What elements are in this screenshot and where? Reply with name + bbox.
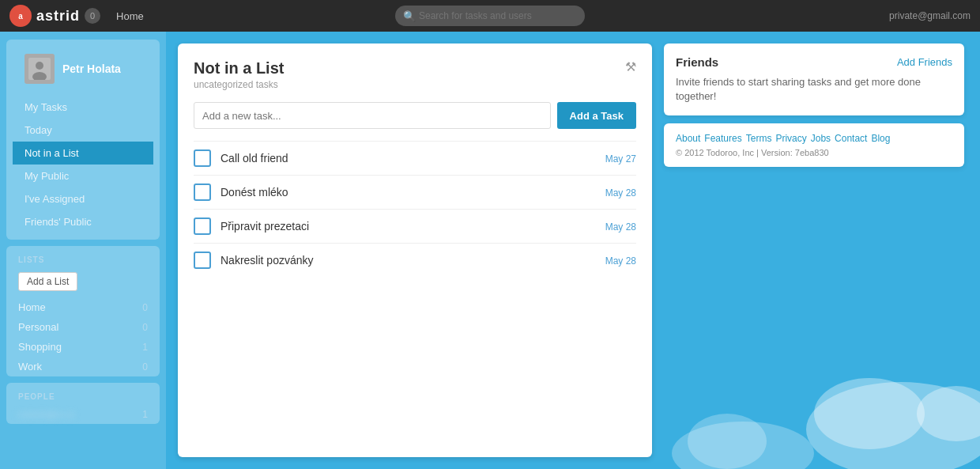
main-layout: Petr Holata My Tasks Today Not in a List… [0, 32, 980, 469]
user-profile: Petr Holata [13, 46, 153, 96]
task-checkbox[interactable] [194, 252, 211, 269]
list-item-shopping[interactable]: Shopping 1 [6, 337, 160, 357]
person-item[interactable]: m•b•t•l•@•••.ct 1 [6, 405, 160, 424]
username: Petr Holata [62, 62, 121, 75]
footer-link[interactable]: Contact [835, 133, 867, 144]
footer-link[interactable]: Features [704, 133, 741, 144]
notification-badge[interactable]: 0 [85, 8, 100, 24]
right-panel: Friends Add Friends Invite friends to st… [664, 43, 964, 457]
task-content: Nakreslit pozvánky [220, 254, 596, 267]
task-checkbox[interactable] [194, 149, 211, 167]
lists-section: LISTS Add a List Home 0 Personal 0 Shopp… [6, 246, 160, 376]
task-row: Call old friend May 27 [194, 141, 636, 175]
avatar [24, 54, 55, 84]
top-navigation: a astrid 0 Home 🔍 private@gmail.com [0, 0, 980, 32]
task-name: Call old friend [220, 152, 596, 165]
task-content: Donést mléko [220, 186, 596, 199]
nav-friends-public[interactable]: Friends' Public [13, 210, 153, 233]
content-area: Not in a List uncategorized tasks ⚒ Add … [166, 32, 980, 469]
friends-description: Invite friends to start sharing tasks an… [676, 75, 952, 104]
task-name: Donést mléko [220, 186, 596, 199]
task-date: May 28 [605, 187, 636, 199]
nav-items: My Tasks Today Not in a List My Public I… [13, 96, 153, 233]
footer-link[interactable]: Terms [746, 133, 772, 144]
friends-panel: Friends Add Friends Invite friends to st… [664, 43, 964, 115]
friends-title: Friends [676, 55, 718, 69]
friends-header: Friends Add Friends [676, 55, 952, 69]
task-panel-header: Not in a List uncategorized tasks ⚒ [194, 59, 636, 90]
nav-today[interactable]: Today [13, 119, 153, 142]
add-friends-link[interactable]: Add Friends [897, 56, 952, 68]
task-name: Nakreslit pozvánky [220, 254, 596, 267]
nav-ive-assigned[interactable]: I've Assigned [13, 187, 153, 210]
task-checkbox[interactable] [194, 217, 211, 235]
task-row: Připravit prezetaci May 28 [194, 209, 636, 243]
add-task-button[interactable]: Add a Task [557, 102, 636, 129]
task-date: May 28 [605, 255, 636, 267]
search-box: 🔍 [395, 6, 585, 26]
footer-links: AboutFeaturesTermsPrivacyJobsContactBlog [676, 133, 952, 144]
add-task-row: Add a Task [194, 102, 636, 129]
home-link[interactable]: Home [116, 10, 144, 22]
footer-link[interactable]: Jobs [811, 133, 831, 144]
logo-area: a astrid [9, 5, 80, 27]
task-panel: Not in a List uncategorized tasks ⚒ Add … [178, 43, 652, 457]
svg-point-3 [36, 62, 43, 70]
search-input[interactable] [395, 6, 585, 26]
links-panel: AboutFeaturesTermsPrivacyJobsContactBlog… [664, 123, 964, 167]
svg-text:a: a [18, 12, 23, 21]
task-date: May 28 [605, 221, 636, 233]
user-profile-panel: Petr Holata My Tasks Today Not in a List… [6, 40, 160, 240]
search-icon: 🔍 [403, 10, 416, 22]
user-email: private@gmail.com [889, 10, 971, 21]
nav-not-in-list[interactable]: Not in a List [13, 142, 153, 165]
footer-link[interactable]: Blog [871, 133, 890, 144]
task-row: Donést mléko May 28 [194, 175, 636, 209]
people-section: PEOPLE m•b•t•l•@•••.ct 1 [6, 383, 160, 424]
list-item-home[interactable]: Home 0 [6, 297, 160, 317]
nav-my-public[interactable]: My Public [13, 165, 153, 187]
list-item-work[interactable]: Work 0 [6, 357, 160, 376]
new-task-input[interactable] [194, 102, 551, 129]
footer-link[interactable]: Privacy [775, 133, 806, 144]
task-checkbox[interactable] [194, 183, 211, 201]
task-row: Nakreslit pozvánky May 28 [194, 243, 636, 277]
copyright: © 2012 Todoroo, Inc | Version: 7eba830 [676, 148, 952, 157]
astrid-logo-icon: a [9, 5, 32, 27]
people-label: PEOPLE [6, 383, 160, 405]
wrench-icon[interactable]: ⚒ [625, 59, 636, 74]
footer-link[interactable]: About [676, 133, 700, 144]
task-date: May 27 [605, 153, 636, 165]
add-list-button[interactable]: Add a List [18, 272, 77, 291]
task-panel-title: Not in a List [194, 59, 284, 78]
sidebar: Petr Holata My Tasks Today Not in a List… [0, 32, 166, 469]
task-content: Call old friend [220, 152, 596, 165]
task-name: Připravit prezetaci [220, 220, 596, 233]
list-item-personal[interactable]: Personal 0 [6, 317, 160, 337]
lists-label: LISTS [6, 246, 160, 268]
task-panel-subtitle: uncategorized tasks [194, 79, 284, 90]
nav-my-tasks[interactable]: My Tasks [13, 96, 153, 119]
task-content: Připravit prezetaci [220, 220, 596, 233]
logo-text: astrid [36, 8, 80, 25]
